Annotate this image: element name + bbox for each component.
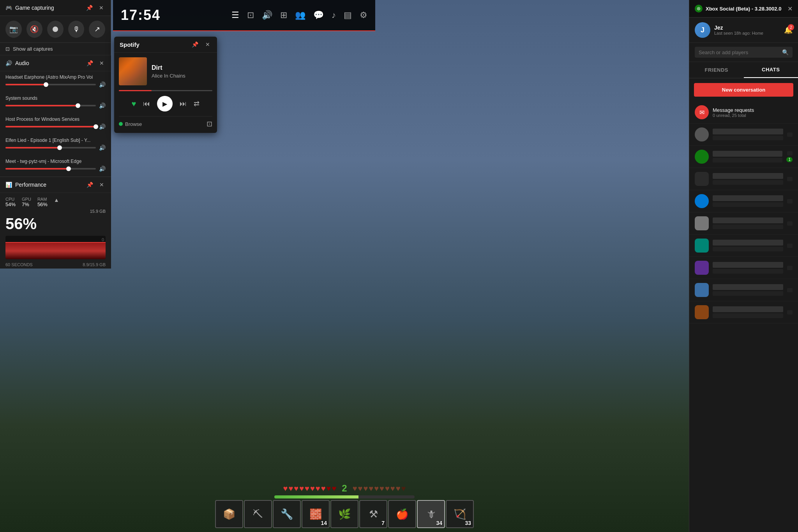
mc-slot-5-count: 7 bbox=[381, 520, 385, 526]
headset-slider-thumb[interactable] bbox=[44, 82, 48, 87]
spotify-screen-icon[interactable]: ⊡ bbox=[207, 120, 212, 128]
xbox-user-row: J Jez Last seen 18h ago: Home 🔔 2 bbox=[689, 18, 798, 43]
mc-slot-1: ⛏ bbox=[244, 500, 272, 528]
elfen-slider-thumb[interactable] bbox=[57, 145, 62, 150]
audio-item-system: System sounds 🔊 bbox=[0, 92, 111, 113]
tab-friends[interactable]: FRIENDS bbox=[689, 62, 744, 78]
chat-preview-0: ████████████████ bbox=[713, 136, 783, 140]
chat-item-0[interactable]: ████████ ████████████████ ██ bbox=[689, 124, 798, 146]
host-slider-thumb[interactable] bbox=[94, 124, 98, 129]
mc-slot-4-icon: 🌿 bbox=[338, 508, 351, 520]
xbox-close-button[interactable]: ✕ bbox=[787, 5, 793, 12]
chat-preview-6: ████████████████ bbox=[713, 269, 783, 274]
audio-item-elfen: Elfen Lied - Episode 1 [English Sub] - Y… bbox=[0, 134, 111, 156]
mc-slot-5: ⚒ 7 bbox=[359, 500, 387, 528]
chat-item-2[interactable]: ████████ ████████████████ ██ bbox=[689, 168, 798, 190]
screenshot-button[interactable]: 📷 bbox=[5, 21, 22, 38]
record-button[interactable] bbox=[47, 21, 64, 38]
heart-9: ♥ bbox=[327, 484, 331, 493]
system-slider-thumb[interactable] bbox=[76, 103, 80, 108]
gamebar-menu-icon[interactable]: ☰ bbox=[231, 10, 239, 20]
chat-item-1[interactable]: ████████ ████████████████ ██ 1 bbox=[689, 146, 798, 168]
heart-1: ♥ bbox=[283, 484, 288, 493]
spotify-title: Spotify bbox=[120, 41, 139, 48]
spotify-heart-button[interactable]: ♥ bbox=[132, 99, 136, 108]
share-button[interactable]: ↗ bbox=[89, 21, 105, 38]
chat-time-7: ██ bbox=[787, 288, 793, 292]
chat-avatar-4 bbox=[695, 216, 709, 230]
pin-button[interactable]: 📌 bbox=[85, 4, 94, 12]
chat-preview-8: ████████████████ bbox=[713, 313, 783, 318]
message-requests-sub: 0 unread, 25 total bbox=[713, 113, 793, 118]
perf-graph-fill bbox=[5, 243, 106, 259]
spotify-panel: Spotify 📌 ✕ Dirt Alice In Chains ♥ ⏮ ▶ ⏭… bbox=[114, 37, 217, 133]
mc-slot-5-icon: ⚒ bbox=[369, 508, 378, 520]
gamebar-spotify-icon[interactable]: ♪ bbox=[332, 10, 336, 20]
spotify-play-button[interactable]: ▶ bbox=[157, 96, 173, 111]
gamebar-settings-icon[interactable]: ⚙ bbox=[360, 10, 367, 20]
system-vol-icon[interactable]: 🔊 bbox=[99, 103, 106, 109]
meet-vol-icon[interactable]: 🔊 bbox=[99, 166, 106, 172]
elfen-slider-track[interactable] bbox=[5, 147, 96, 148]
xbox-notification-badge: 2 bbox=[788, 24, 794, 30]
chat-item-6[interactable]: ████████ ████████████████ ██ bbox=[689, 257, 798, 279]
headset-slider-track[interactable] bbox=[5, 84, 96, 85]
xbox-search-input[interactable] bbox=[699, 49, 779, 55]
mute-button[interactable]: 🔇 bbox=[26, 21, 43, 38]
audio-item-meet: Meet - twg-pytz-vmj - Microsoft Edge 🔊 bbox=[0, 156, 111, 177]
message-requests-item[interactable]: ✉ Message requests 0 unread, 25 total bbox=[689, 101, 798, 124]
spotify-browse-dot-icon bbox=[119, 122, 123, 126]
system-slider-track[interactable] bbox=[5, 105, 96, 106]
chat-item-5[interactable]: ████████ ████████████████ ██ bbox=[689, 235, 798, 257]
mic-button[interactable]: 🎙 bbox=[68, 21, 85, 38]
close-button[interactable]: ✕ bbox=[97, 4, 105, 12]
spotify-progress-bar[interactable] bbox=[119, 90, 212, 91]
chat-name-0: ████████ bbox=[713, 129, 783, 134]
new-conversation-button[interactable]: New conversation bbox=[694, 83, 793, 97]
host-slider-track[interactable] bbox=[5, 126, 96, 127]
spotify-next-button[interactable]: ⏭ bbox=[180, 100, 187, 108]
audio-item-name-headset: Headset Earphone (Astro MixAmp Pro Voi bbox=[5, 74, 106, 80]
chat-item-7[interactable]: ████████ ████████████████ ██ bbox=[689, 279, 798, 301]
chat-item-8[interactable]: ████████ ████████████████ ██ bbox=[689, 301, 798, 323]
mc-slot-6-icon: 🍎 bbox=[396, 508, 408, 520]
meet-slider-track[interactable] bbox=[5, 168, 96, 170]
gpu-val: 7% bbox=[22, 201, 31, 207]
audio-close-button[interactable]: ✕ bbox=[98, 59, 106, 67]
mc-slot-7: 🗡 34 bbox=[417, 500, 445, 528]
perf-close-button[interactable]: ✕ bbox=[98, 181, 106, 189]
elfen-vol-icon[interactable]: 🔊 bbox=[99, 145, 106, 151]
gamebar-audio-icon[interactable]: 🔊 bbox=[262, 10, 272, 20]
perf-pin-button[interactable]: 📌 bbox=[85, 181, 95, 189]
performance-header: 📊 Performance 📌 ✕ bbox=[0, 177, 111, 193]
show-captures-row[interactable]: ⊡ Show all captures bbox=[0, 43, 111, 55]
spotify-shuffle-button[interactable]: ⇄ bbox=[194, 99, 200, 108]
headset-vol-icon[interactable]: 🔊 bbox=[99, 81, 106, 88]
up-arrow-icon: ▲ bbox=[54, 197, 59, 203]
gamebar-screen-icon[interactable]: ▤ bbox=[344, 10, 352, 20]
spotify-header: Spotify 📌 ✕ bbox=[114, 37, 217, 53]
host-vol-icon[interactable]: 🔊 bbox=[99, 124, 106, 130]
gamebar-capture-icon[interactable]: ⊡ bbox=[247, 10, 254, 20]
host-slider-fill bbox=[5, 126, 96, 127]
armor-heart-2: ♥ bbox=[358, 484, 363, 493]
spotify-browse-button[interactable]: Browse bbox=[119, 121, 142, 127]
mc-xp-fill bbox=[274, 495, 358, 498]
chat-item-4[interactable]: ████████ ████████████████ ██ bbox=[689, 212, 798, 235]
spotify-close-button[interactable]: ✕ bbox=[204, 41, 212, 48]
audio-pin-button[interactable]: 📌 bbox=[85, 59, 95, 67]
spotify-prev-button[interactable]: ⏮ bbox=[143, 100, 150, 108]
gamebar-time: 17:54 bbox=[121, 7, 161, 23]
spotify-track-name: Dirt bbox=[152, 64, 212, 71]
spotify-pin-button[interactable]: 📌 bbox=[190, 41, 200, 48]
gamebar-chat-icon[interactable]: 💬 bbox=[313, 10, 324, 20]
chat-item-3[interactable]: ████████ ████████████████ ██ bbox=[689, 190, 798, 212]
meet-slider-thumb[interactable] bbox=[66, 166, 71, 171]
xbox-notification-bell[interactable]: 🔔 2 bbox=[784, 26, 793, 34]
game-capturing-header: 🎮 Game capturing 📌 ✕ bbox=[0, 0, 111, 16]
armor-heart-3: ♥ bbox=[363, 484, 368, 493]
gamebar-broadcast-icon[interactable]: ⊞ bbox=[280, 10, 287, 20]
gamebar-friends-icon[interactable]: 👥 bbox=[295, 10, 305, 20]
spotify-browse-row: Browse ⊡ bbox=[119, 116, 212, 128]
tab-chats[interactable]: CHATS bbox=[744, 62, 798, 78]
